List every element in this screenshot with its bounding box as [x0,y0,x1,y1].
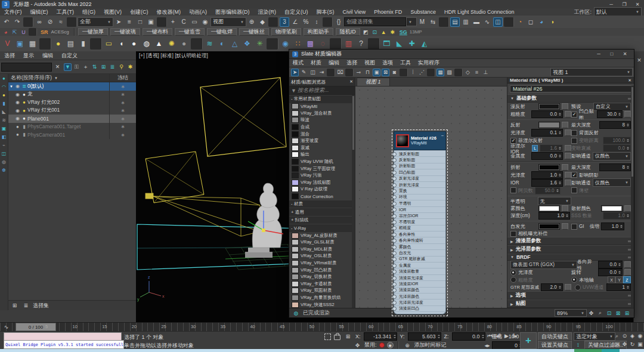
map-output[interactable]: 输出 [289,152,355,159]
curve-editor-icon[interactable]: ∿ [482,17,492,27]
select-and-move-icon[interactable]: + [168,17,178,27]
reflect-map-button[interactable] [562,122,568,128]
rollout-maps[interactable]: ▶贴图 [507,299,634,308]
pick-material-from-object-icon[interactable]: ✎ [300,69,308,76]
display-groups-icon[interactable]: ▣ [1,125,7,132]
bind-to-space-warp-icon[interactable]: ≈ [56,17,66,27]
select-and-scale-icon[interactable]: ▭ [190,17,199,27]
chaos-scatter-icon[interactable]: ✚ [406,38,417,50]
frozen-toggle[interactable]: ∗ [109,91,136,99]
vray-light-001-wireframe[interactable] [145,152,204,203]
node-slot[interactable]: 光泽层颜色 [394,294,445,299]
menu-substance[interactable]: Substance [406,8,440,16]
dim-falloff-spinner[interactable]: 0.0 [603,144,631,152]
display-containers-icon[interactable]: ◫ [1,150,7,157]
node-header[interactable]: Material #26 VRayMtl – [394,131,446,150]
map-vray-normal[interactable]: VRay 法线贴图 [289,179,355,186]
selection-filter-dropdown[interactable]: 全部▼ [78,17,113,27]
node-slot[interactable]: 折射光泽度 [394,182,445,188]
display-cameras-icon[interactable]: ▮ [1,100,7,107]
explorer-menu-display[interactable]: 显示 [19,52,38,59]
menu-file[interactable]: 文件(F) [0,8,26,16]
macro-recorder-field[interactable] [4,332,122,341]
vray-proxy-icon[interactable]: △ [229,38,240,50]
node-slot[interactable]: 自发光 [394,250,445,256]
refract-maxdepth-spinner[interactable]: 8 [599,163,631,171]
menu-group[interactable]: 组(G) [78,8,100,16]
mat-vray-bump[interactable]: VRay_凹凸材质 [289,267,355,274]
rollout-basic-parameters[interactable]: ▼基础参数 [507,94,634,103]
set-key-button[interactable]: 设置关键点 [538,341,572,349]
current-frame-field[interactable]: 0 [492,341,523,350]
browser-section-vray[interactable]: - V-Ray [289,224,355,232]
viewport-label[interactable]: [+] [透视] [标准] [默认明暗处理] [139,53,208,60]
record-dot-icon[interactable] [379,342,385,348]
node-slot[interactable]: 粗糙度 [394,226,445,231]
vray-sphere-fade-icon[interactable]: ◌ [317,38,329,50]
zoom-region-icon[interactable]: ⊡ [605,309,613,317]
rectangular-selection-region-icon[interactable]: □ [135,17,145,27]
node-slot[interactable]: 漫反射贴图 [394,151,445,157]
selection-filter-dropdown-2[interactable]: 选定对象▼ [574,332,615,341]
edit-named-selection-sets-icon[interactable]: {} [334,17,343,27]
sync-selection-icon[interactable]: ⇅ [91,63,98,71]
node-slot[interactable]: 清漆层IOR [394,281,445,287]
vray-settings-icon[interactable]: ▦ [27,38,38,50]
display-helpers-icon[interactable]: ◣ [1,109,7,115]
object-name-label[interactable]: Plane001 [27,116,109,122]
fresnel-ior-lock-button[interactable]: L [532,145,538,152]
toggle-ribbon-icon[interactable]: ▬ [472,17,481,27]
one-click-cloth-button[interactable]: 一键布料 [143,28,172,36]
menu-hdr-light-studio[interactable]: HDR Light Studio Connection [440,8,519,16]
chaos-vantage-icon[interactable]: ◭ [419,38,430,50]
node-slot[interactable]: 清漆层光泽度 [394,275,445,281]
browser-section-general[interactable]: + 通用 [289,208,355,216]
move-children-icon[interactable]: ⊸ [355,69,363,76]
slate-minimize-button[interactable]: ─ [592,51,605,58]
undo-icon[interactable]: ↶ [2,17,11,27]
warning-icon[interactable]: ▲ [380,28,388,36]
vray-osl-icon[interactable]: ▩ [305,38,316,50]
composition-helper-button[interactable]: 构图助手 [304,28,333,36]
visibility-eye-icon[interactable]: ◉ [14,92,21,97]
frozen-toggle[interactable]: ∗ [109,107,136,115]
selection-set-label[interactable]: 选择集 [33,302,49,310]
window-crossing-icon[interactable]: ▣ [146,17,156,27]
explorer-menu-customize[interactable]: 自定义 [57,52,82,59]
ior-map-button[interactable] [565,180,571,186]
explorer-row-dragon[interactable]: ◉ ● 龙 ∗ [8,91,136,99]
node-slot[interactable]: 光泽层光泽度 [394,299,445,305]
axis-x-button[interactable]: X [608,276,615,283]
mat-vray-toon[interactable]: VRay_卡通材质 [289,280,355,288]
open-mini-curve-editor-icon[interactable]: ∿ [2,323,10,331]
reflect-maxdepth-spinner[interactable]: 8 [599,121,631,129]
gtr-tail-falloff-spinner[interactable]: 2.0 [541,283,563,291]
lock-explorer-icon[interactable]: ⚿ [73,63,80,71]
display-frozen-icon[interactable]: ❆ [1,167,7,174]
capture-camera-icon[interactable]: ◉ [387,342,394,348]
object-name-label[interactable]: VRay 灯光001 [27,107,109,114]
uvw-channel-spinner[interactable]: 1 [606,283,631,291]
mirror-icon[interactable]: M [417,17,427,27]
node-slot[interactable]: 不透明度 [394,219,445,225]
toggle-scene-explorer-icon[interactable]: ▤ [450,17,460,27]
params-close-icon[interactable]: ✕ [628,78,631,83]
thin-walled-checkbox[interactable]: ✓ [571,187,577,193]
select-and-link-icon[interactable]: ∞ [35,17,44,27]
display-xrefs-icon[interactable]: ◧ [1,134,7,140]
vray-physical-camera-icon[interactable]: ▮ [78,38,89,50]
mat-vray-vrmat[interactable]: VRay_VRmat材质 [289,260,355,267]
vray-teapot-icon[interactable]: ◍ [141,38,152,50]
anisotropy-spinner[interactable]: 0.0 [598,261,623,268]
selfillum-color-swatch[interactable] [538,223,560,230]
vray-render-icon[interactable]: V [2,38,13,50]
isolate-selection-icon[interactable] [324,334,331,340]
browser-search-row[interactable]: ▼ 按名称搜索... [289,87,355,95]
explorer-menu-select[interactable]: 选择 [0,52,19,59]
node-slot[interactable]: 清漆层颜色 [394,288,445,294]
brdf-roughness-radio[interactable] [510,277,516,283]
axis-y-button[interactable]: Y [615,276,623,283]
render-in-cloud-icon[interactable]: ◕ [537,17,546,27]
explorer-menu-edit[interactable]: 编辑 [38,52,57,59]
slate-close-button[interactable]: ✕ [618,51,631,58]
